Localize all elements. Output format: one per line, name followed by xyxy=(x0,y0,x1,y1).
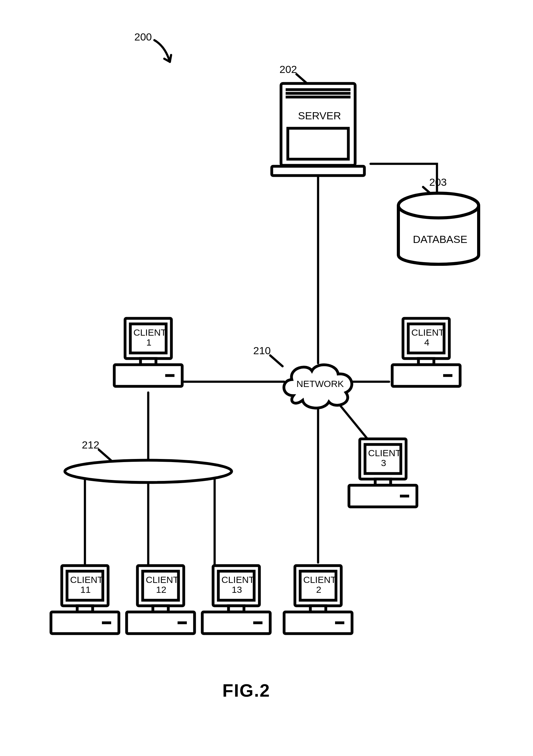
client-4-label: CLIENT 4 xyxy=(411,328,442,347)
svg-rect-14 xyxy=(272,166,365,176)
database-node xyxy=(392,189,485,275)
client-4-node xyxy=(389,315,463,392)
ref-202: 202 xyxy=(279,63,297,75)
client-2-label: CLIENT 2 xyxy=(303,575,334,594)
svg-point-16 xyxy=(65,460,232,482)
server-label: SERVER xyxy=(298,110,341,122)
client-11-label: CLIENT 11 xyxy=(70,575,101,594)
ref-212: 212 xyxy=(82,439,99,451)
svg-point-15 xyxy=(398,193,479,218)
client-11-node xyxy=(48,562,122,640)
ref-203: 203 xyxy=(429,176,447,188)
client-1-label: CLIENT 1 xyxy=(133,328,164,347)
database-label: DATABASE xyxy=(413,233,467,245)
server-node xyxy=(269,74,368,182)
network-label: NETWORK xyxy=(296,379,344,389)
client-1-node xyxy=(111,315,185,392)
figure-caption: FIG.2 xyxy=(222,680,270,701)
client-3-node xyxy=(346,436,420,513)
svg-rect-13 xyxy=(288,128,348,159)
client-12-label: CLIENT 12 xyxy=(146,575,177,594)
client-13-label: CLIENT 13 xyxy=(221,575,252,594)
client-13-node xyxy=(199,562,273,640)
client-2-node xyxy=(281,562,355,640)
client-3-label: CLIENT 3 xyxy=(368,448,399,468)
client-12-node xyxy=(123,562,198,640)
figure-canvas: 200 202 203 210 212 SERVER DATABASE NETW… xyxy=(0,0,533,756)
bus-ellipse xyxy=(62,457,235,485)
ref-210: 210 xyxy=(253,345,271,357)
ref-200: 200 xyxy=(134,31,152,43)
